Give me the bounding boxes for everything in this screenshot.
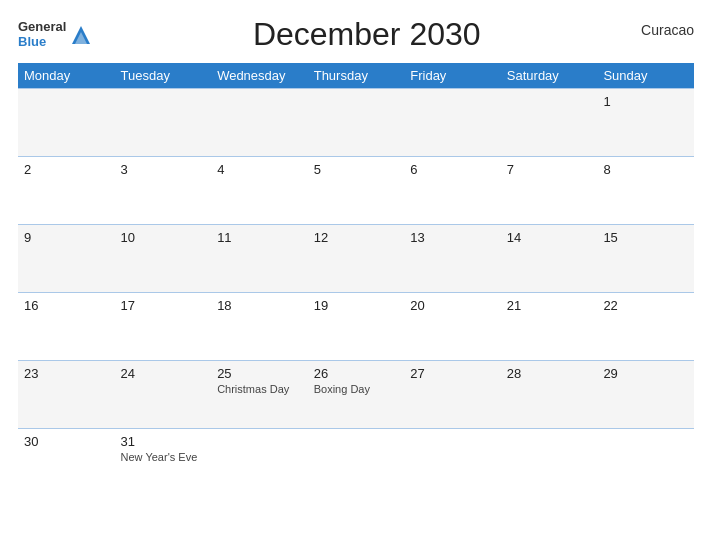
weekday-header-row: MondayTuesdayWednesdayThursdayFridaySatu… <box>18 63 694 89</box>
day-number: 7 <box>507 162 592 177</box>
calendar-cell <box>211 429 308 497</box>
logo-general-text: General <box>18 20 66 34</box>
calendar-cell: 6 <box>404 157 501 225</box>
day-number: 3 <box>121 162 206 177</box>
day-number: 17 <box>121 298 206 313</box>
day-number: 19 <box>314 298 399 313</box>
day-number: 14 <box>507 230 592 245</box>
calendar-cell: 31New Year's Eve <box>115 429 212 497</box>
calendar-cell: 13 <box>404 225 501 293</box>
day-number: 15 <box>603 230 688 245</box>
calendar-cell: 11 <box>211 225 308 293</box>
day-event: New Year's Eve <box>121 451 206 463</box>
day-number: 24 <box>121 366 206 381</box>
day-number: 20 <box>410 298 495 313</box>
calendar-cell <box>308 429 405 497</box>
calendar-cell <box>404 89 501 157</box>
day-number: 28 <box>507 366 592 381</box>
calendar-grid: MondayTuesdayWednesdayThursdayFridaySatu… <box>18 63 694 497</box>
day-number: 5 <box>314 162 399 177</box>
calendar-week-row: 3031New Year's Eve <box>18 429 694 497</box>
day-number: 9 <box>24 230 109 245</box>
day-number: 31 <box>121 434 206 449</box>
day-number: 6 <box>410 162 495 177</box>
calendar-cell: 16 <box>18 293 115 361</box>
weekday-header-tuesday: Tuesday <box>115 63 212 89</box>
calendar-cell: 12 <box>308 225 405 293</box>
weekday-header-saturday: Saturday <box>501 63 598 89</box>
calendar-cell: 10 <box>115 225 212 293</box>
calendar-cell: 24 <box>115 361 212 429</box>
day-number: 12 <box>314 230 399 245</box>
day-number: 21 <box>507 298 592 313</box>
calendar-week-row: 232425Christmas Day26Boxing Day272829 <box>18 361 694 429</box>
logo-icon <box>70 24 92 46</box>
day-number: 18 <box>217 298 302 313</box>
calendar-cell: 7 <box>501 157 598 225</box>
calendar-wrapper: General Blue December 2030 Curacao Monda… <box>0 0 712 550</box>
calendar-cell <box>115 89 212 157</box>
calendar-cell: 5 <box>308 157 405 225</box>
day-number: 4 <box>217 162 302 177</box>
day-number: 11 <box>217 230 302 245</box>
calendar-cell: 29 <box>597 361 694 429</box>
calendar-cell: 18 <box>211 293 308 361</box>
calendar-cell <box>211 89 308 157</box>
calendar-cell: 25Christmas Day <box>211 361 308 429</box>
day-number: 2 <box>24 162 109 177</box>
day-number: 25 <box>217 366 302 381</box>
day-number: 10 <box>121 230 206 245</box>
day-number: 29 <box>603 366 688 381</box>
day-number: 23 <box>24 366 109 381</box>
calendar-cell: 2 <box>18 157 115 225</box>
calendar-cell <box>501 429 598 497</box>
calendar-cell: 20 <box>404 293 501 361</box>
calendar-cell: 28 <box>501 361 598 429</box>
calendar-cell <box>18 89 115 157</box>
calendar-cell: 15 <box>597 225 694 293</box>
calendar-cell: 21 <box>501 293 598 361</box>
day-event: Boxing Day <box>314 383 399 395</box>
calendar-cell: 3 <box>115 157 212 225</box>
region-label: Curacao <box>641 16 694 38</box>
calendar-cell: 1 <box>597 89 694 157</box>
calendar-title: December 2030 <box>92 16 641 53</box>
day-event: Christmas Day <box>217 383 302 395</box>
day-number: 26 <box>314 366 399 381</box>
calendar-cell <box>501 89 598 157</box>
calendar-cell: 4 <box>211 157 308 225</box>
day-number: 13 <box>410 230 495 245</box>
calendar-header: General Blue December 2030 Curacao <box>18 16 694 53</box>
calendar-cell <box>404 429 501 497</box>
logo: General Blue <box>18 20 92 49</box>
calendar-cell: 17 <box>115 293 212 361</box>
weekday-header-monday: Monday <box>18 63 115 89</box>
calendar-cell: 14 <box>501 225 598 293</box>
calendar-cell <box>597 429 694 497</box>
logo-blue-text: Blue <box>18 35 66 49</box>
weekday-header-wednesday: Wednesday <box>211 63 308 89</box>
calendar-week-row: 16171819202122 <box>18 293 694 361</box>
day-number: 1 <box>603 94 688 109</box>
calendar-cell: 26Boxing Day <box>308 361 405 429</box>
calendar-cell: 19 <box>308 293 405 361</box>
calendar-cell: 23 <box>18 361 115 429</box>
calendar-week-row: 1 <box>18 89 694 157</box>
calendar-cell: 22 <box>597 293 694 361</box>
day-number: 8 <box>603 162 688 177</box>
calendar-cell: 8 <box>597 157 694 225</box>
calendar-week-row: 9101112131415 <box>18 225 694 293</box>
weekday-header-friday: Friday <box>404 63 501 89</box>
weekday-header-thursday: Thursday <box>308 63 405 89</box>
calendar-cell <box>308 89 405 157</box>
calendar-cell: 27 <box>404 361 501 429</box>
day-number: 22 <box>603 298 688 313</box>
day-number: 16 <box>24 298 109 313</box>
weekday-header-sunday: Sunday <box>597 63 694 89</box>
day-number: 27 <box>410 366 495 381</box>
day-number: 30 <box>24 434 109 449</box>
calendar-cell: 30 <box>18 429 115 497</box>
calendar-cell: 9 <box>18 225 115 293</box>
calendar-week-row: 2345678 <box>18 157 694 225</box>
